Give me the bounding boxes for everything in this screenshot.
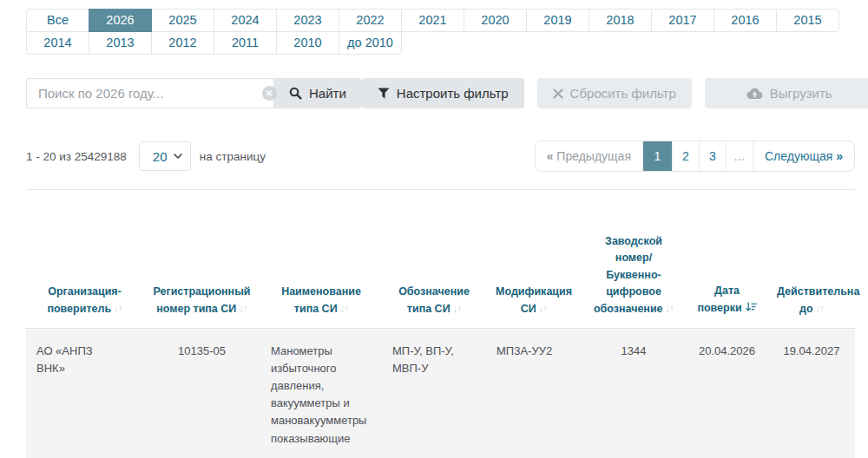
year-tabs-row-1: Все2026202520242023202220212020201920182… (26, 9, 855, 32)
page-button-3[interactable]: 3 (699, 141, 726, 171)
table-column-header-2[interactable]: Регистрационный номер типа СИ↓↑ (143, 284, 260, 317)
double-chevron-right-icon: » (836, 149, 843, 163)
column-header-label: Организация-поверитель (47, 285, 121, 314)
page-button-1[interactable]: 1 (642, 141, 672, 171)
column-header-label: Наименование типа СИ (281, 285, 361, 314)
pagination-left: 1 - 20 из 25429188 20 на страницу (26, 141, 266, 171)
verification-results-page: Все2026202520242023202220212020201920182… (0, 0, 868, 458)
table-cell: Манометры избыточного давления, вакуумме… (260, 343, 382, 448)
sort-arrows-icon: ↓↑ (453, 304, 462, 314)
export-button[interactable]: Выгрузить (705, 78, 868, 108)
year-tab-2022[interactable]: 2022 (339, 9, 402, 32)
search-bar: ✕ Найти Настроить фильтр Сбросить фильтр (26, 78, 855, 108)
year-tab-2011[interactable]: 2011 (214, 31, 277, 55)
pagination-row: 1 - 20 из 25429188 20 на страницу « Пред… (26, 141, 855, 172)
year-tab-до-2010[interactable]: до 2010 (339, 31, 402, 55)
table-column-header-6[interactable]: Заводской номер/ Буквенно-цифровое обозн… (582, 233, 686, 317)
results-table: Организация-поверитель↓↑Регистрационный … (26, 189, 855, 458)
search-input[interactable] (26, 78, 273, 108)
column-header-label: Регистрационный номер типа СИ (154, 285, 251, 314)
table-cell: 20.04.2026 (686, 343, 768, 448)
sort-arrows-icon: ↓↑ (666, 304, 674, 314)
year-tab-2012[interactable]: 2012 (151, 31, 214, 55)
page-size-value: 20 (153, 149, 168, 164)
previous-page-button[interactable]: « Предыдущая (536, 141, 642, 171)
year-tabs-row-2: 20142013201220112010до 2010 (26, 31, 855, 55)
sort-arrows-icon: ↓↑ (114, 304, 122, 314)
export-label: Выгрузить (770, 86, 832, 101)
find-button[interactable]: Найти (273, 78, 362, 108)
table-column-header-7[interactable]: Дата поверки (686, 283, 768, 317)
table-column-header-4[interactable]: Обозначение типа СИ↓↑ (382, 284, 486, 317)
page-button-2[interactable]: 2 (672, 141, 699, 171)
table-cell: МП-У, ВП-У, МВП-У (382, 343, 486, 448)
sort-arrows-icon: ↓↑ (816, 304, 825, 314)
results-range-text: 1 - 20 из 25429188 (26, 150, 127, 163)
x-icon (553, 88, 563, 99)
table-cell: МП3А-УУ2 (486, 343, 582, 448)
sort-desc-icon (746, 303, 757, 315)
page-ellipsis: … (726, 141, 753, 171)
clear-icon[interactable]: ✕ (262, 86, 277, 101)
search-icon (289, 87, 302, 100)
table-row: АО «АНПЗ ВНК»10135-05Манометры избыточно… (26, 330, 855, 458)
table-column-header-8[interactable]: Действительна до↓↑ (768, 284, 855, 317)
table-column-header-3[interactable]: Наименование типа СИ↓↑ (260, 284, 382, 317)
year-tab-2024[interactable]: 2024 (214, 9, 277, 32)
year-tab-2014[interactable]: 2014 (26, 31, 89, 55)
year-tab-2018[interactable]: 2018 (589, 9, 652, 32)
year-tab-2025[interactable]: 2025 (151, 9, 214, 32)
year-tab-2017[interactable]: 2017 (651, 9, 714, 32)
year-tab-2023[interactable]: 2023 (276, 9, 339, 32)
table-cell: АО «АНПЗ ВНК» (26, 343, 123, 448)
table-cell: 19.04.2027 (768, 343, 855, 448)
funnel-icon (378, 88, 390, 99)
configure-filter-label: Настроить фильтр (397, 86, 509, 101)
find-button-label: Найти (309, 86, 346, 101)
cloud-upload-icon (746, 88, 763, 100)
pager: « Предыдущая123…Следующая » (535, 141, 855, 172)
table-column-header-1[interactable]: Организация-поверитель↓↑ (26, 284, 143, 317)
configure-filter-button[interactable]: Настроить фильтр (362, 78, 524, 108)
column-header-label: Заводской номер/ Буквенно-цифровое обозн… (594, 235, 663, 315)
year-tab-2021[interactable]: 2021 (401, 9, 464, 32)
year-tab-все[interactable]: Все (26, 9, 89, 32)
table-cell: 10135-05 (143, 343, 260, 448)
per-page-label: на страницу (200, 150, 266, 163)
sort-arrows-icon: ↓↑ (539, 304, 548, 314)
reset-filter-label: Сбросить фильтр (570, 86, 676, 101)
year-tab-2020[interactable]: 2020 (464, 9, 527, 32)
next-page-button[interactable]: Следующая » (753, 141, 854, 171)
page-size-select[interactable]: 20 (139, 141, 191, 171)
chevron-down-icon (174, 154, 182, 159)
table-cell: 1344 (582, 343, 686, 448)
table-header-row: Организация-поверитель↓↑Регистрационный … (26, 189, 855, 329)
sort-arrows-icon: ↓↑ (239, 304, 247, 314)
year-tab-2019[interactable]: 2019 (526, 9, 589, 32)
year-tab-2010[interactable]: 2010 (276, 31, 339, 55)
table-column-header-5[interactable]: Модификация СИ↓↑ (486, 284, 582, 317)
sort-arrows-icon: ↓↑ (340, 304, 349, 314)
year-tab-2026[interactable]: 2026 (89, 9, 152, 32)
year-tabs: Все2026202520242023202220212020201920182… (26, 9, 855, 55)
search-input-group: ✕ Найти (26, 78, 362, 108)
table-body: АО «АНПЗ ВНК»10135-05Манометры избыточно… (26, 330, 855, 458)
column-header-label: Дата поверки (697, 285, 741, 313)
reset-filter-button[interactable]: Сбросить фильтр (537, 78, 692, 108)
year-tab-2016[interactable]: 2016 (713, 9, 777, 32)
year-tab-2015[interactable]: 2015 (776, 9, 839, 32)
double-chevron-left-icon: « (547, 149, 554, 163)
column-header-label: Модификация СИ (496, 285, 572, 314)
year-tab-2013[interactable]: 2013 (89, 31, 152, 55)
